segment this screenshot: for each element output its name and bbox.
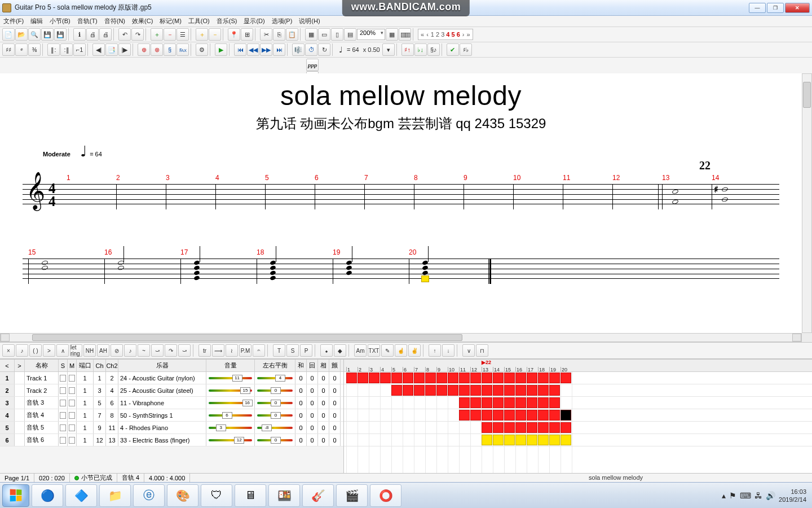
marker-button[interactable]: 📍 <box>228 28 240 41</box>
timeline-cell[interactable] <box>459 397 470 408</box>
timeline-cell[interactable] <box>561 435 571 445</box>
last-button[interactable]: ⏭ <box>273 43 285 56</box>
nav-right-button[interactable]: > <box>15 360 25 371</box>
timeline-cell[interactable] <box>538 397 549 408</box>
timeline-cell[interactable] <box>493 422 504 433</box>
task-app3[interactable]: 🖥 <box>235 484 266 507</box>
play-button[interactable]: ▶ <box>215 43 227 56</box>
timeline-cell[interactable] <box>493 397 504 408</box>
timeline-cell[interactable] <box>493 410 504 421</box>
maximize-button[interactable]: ❐ <box>767 3 784 13</box>
effect-button[interactable]: ⤻ <box>151 344 164 357</box>
effect-button[interactable]: ☝ <box>395 344 407 357</box>
timeline-cell[interactable] <box>527 397 537 408</box>
timeline-cell[interactable] <box>561 373 571 383</box>
add-track-button[interactable]: ＋ <box>151 28 163 41</box>
effect-button[interactable]: ⬥ <box>320 344 333 357</box>
print-button[interactable]: 🖨 <box>86 28 99 41</box>
timeline-cell[interactable] <box>391 373 402 383</box>
timeline-cell[interactable] <box>549 385 560 396</box>
timeline-cell[interactable] <box>493 373 504 383</box>
menu-item[interactable]: 音符(N) <box>104 17 125 25</box>
menu-item[interactable]: 工具(O) <box>188 17 210 25</box>
timeline-cell[interactable] <box>504 422 515 433</box>
timeline-cell[interactable] <box>504 435 515 445</box>
track-props-button[interactable]: ☰ <box>176 28 189 41</box>
page-next-icon[interactable]: › <box>462 31 465 38</box>
tempo-dropdown[interactable]: ▾ <box>382 43 395 56</box>
track-row[interactable]: 4音轨 4 178 50 - SynthStrings 1 6 0 0000 <box>0 409 343 422</box>
timeline-row[interactable] <box>344 384 812 397</box>
forward-button[interactable]: ▶▶ <box>260 43 272 56</box>
timeline[interactable]: 1234567891011121314151617181920▶22 <box>344 360 812 473</box>
coda-button[interactable]: ⊕ <box>138 43 150 56</box>
browse-button[interactable]: 🔍 <box>28 28 41 41</box>
copy-button[interactable]: ⎘ <box>273 28 285 41</box>
cut-button[interactable]: ✂ <box>260 28 272 41</box>
score-info-button[interactable]: ℹ <box>73 28 86 41</box>
effect-button[interactable]: ≀ <box>226 344 238 357</box>
fine-button[interactable]: ℻ <box>176 43 189 56</box>
staff-row-1[interactable]: 𝄞 44 22 1234567891011121314♯ <box>23 176 779 217</box>
next-marker-button[interactable]: |▶ <box>118 43 131 56</box>
pager-num[interactable]: 5 <box>452 31 457 38</box>
timeline-cell[interactable] <box>493 435 504 445</box>
menu-item[interactable]: 标记(M) <box>160 17 182 25</box>
view1-button[interactable]: ▭ <box>318 28 330 41</box>
effect-button[interactable]: ⟿ <box>212 344 224 357</box>
rse-button[interactable]: ⚙ <box>196 43 208 56</box>
effect-button[interactable]: P <box>300 344 312 357</box>
paste-button[interactable]: 📋 <box>286 28 298 41</box>
track-row[interactable]: 6音轨 6 11213 33 - Electric Bass (finger) … <box>0 434 343 446</box>
effect-button[interactable]: ♪ <box>16 344 28 357</box>
system-tray[interactable]: ▴ ⚑ ⌨ 🖧 🔊 16:032019/2/14 <box>722 488 810 503</box>
zoom-combo[interactable]: 200% <box>357 29 385 40</box>
track-row[interactable]: 1Track 1 112 24 - Acoustic Guitar (nylon… <box>0 372 343 384</box>
timeline-cell[interactable] <box>504 410 515 421</box>
check-button[interactable]: ✔ <box>447 43 459 56</box>
page-first-icon[interactable]: « <box>421 31 424 38</box>
menu-item[interactable]: 音轨(T) <box>77 17 98 25</box>
effect-button[interactable]: NH <box>83 344 96 357</box>
save-button[interactable]: 💾 <box>41 28 54 41</box>
dynamic-button[interactable]: ppp <box>306 59 319 71</box>
task-ie[interactable]: ⓔ <box>133 484 165 507</box>
timeline-cell[interactable] <box>538 422 549 433</box>
tray-vol-icon[interactable]: 🔊 <box>766 491 775 500</box>
countdown-button[interactable]: ⏱ <box>305 43 317 56</box>
pager-num[interactable]: 3 <box>441 31 446 38</box>
effect-button[interactable]: ⤻ <box>178 344 191 357</box>
effect-button[interactable]: ✌ <box>408 344 421 357</box>
timeline-cell[interactable] <box>482 410 492 421</box>
task-baidu[interactable]: 🔷 <box>65 484 97 507</box>
first-button[interactable]: ⏮ <box>234 43 246 56</box>
timeline-cell[interactable] <box>459 410 470 421</box>
timeline-cell[interactable] <box>527 385 537 396</box>
timeline-cell[interactable] <box>549 435 560 445</box>
timeline-cell[interactable] <box>515 410 526 421</box>
pager-num[interactable]: 4 <box>446 31 451 38</box>
timeline-cell[interactable] <box>515 422 526 433</box>
timeline-cell[interactable] <box>470 385 481 396</box>
menu-item[interactable]: 显示(D) <box>244 17 264 25</box>
timeline-cell[interactable] <box>436 385 447 396</box>
timeline-cell[interactable] <box>482 422 492 433</box>
timeline-ruler[interactable]: 1234567891011121314151617181920▶22 <box>344 360 812 372</box>
view3-button[interactable]: ▤ <box>344 28 356 41</box>
segno-button[interactable]: § <box>164 43 176 56</box>
effect-button[interactable]: ∧ <box>56 344 69 357</box>
print-preview-button[interactable]: 🖨 <box>99 28 112 41</box>
timeline-cell[interactable] <box>549 397 560 408</box>
metronome-button[interactable]: 🎼 <box>292 43 304 56</box>
timeline-cell[interactable] <box>549 422 560 433</box>
transpose-up-button[interactable]: ♯↑ <box>401 43 414 56</box>
effect-button[interactable]: ∨ <box>462 344 475 357</box>
tray-flag-icon[interactable]: ⚑ <box>729 491 736 500</box>
timeline-cell[interactable] <box>549 373 560 383</box>
task-guitarpro[interactable]: 🎸 <box>302 484 334 507</box>
add-bar-button[interactable]: ＋ <box>196 28 208 41</box>
task-app1[interactable]: 🎨 <box>167 484 198 507</box>
timeline-cell[interactable] <box>527 422 537 433</box>
tray-ime-icon[interactable]: ⌨ <box>740 491 751 500</box>
sound-button[interactable]: ♯♭ <box>460 43 472 56</box>
